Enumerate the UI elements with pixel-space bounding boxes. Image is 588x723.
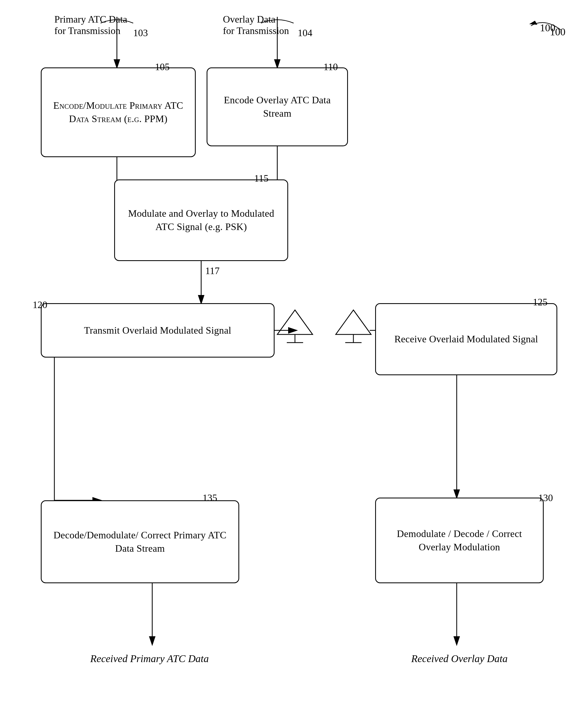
svg-text:100: 100 [550, 26, 565, 38]
ref-103: 103 [133, 27, 148, 39]
figure-bracket-svg: 100 [523, 15, 572, 42]
receive-antenna-svg [334, 307, 373, 353]
box-115: Modulate and Overlay to Modulated ATC Si… [114, 180, 288, 261]
box-135: Decode/Demodulate/ Correct Primary ATC D… [41, 500, 239, 583]
ref-135: 135 [203, 492, 217, 503]
transmit-antenna-svg [275, 307, 315, 353]
box-130: Demodulate / Decode / Correct Overlay Mo… [375, 498, 544, 583]
ref-130: 130 [538, 492, 553, 503]
ref-105: 105 [155, 61, 170, 73]
svg-marker-22 [277, 310, 313, 334]
ref-104: 104 [298, 27, 312, 39]
ref-110: 110 [323, 61, 338, 73]
primary-output-label: Received Primary ATC Data [60, 653, 239, 664]
ref-115: 115 [254, 173, 269, 184]
box-120: Transmit Overlaid Modulated Signal [41, 303, 275, 357]
box-110: Encode Overlay ATC Data Stream [207, 67, 348, 146]
ref-120: 120 [33, 299, 47, 311]
svg-marker-25 [336, 310, 371, 334]
box-125: Receive Overlaid Modulated Signal [375, 303, 557, 375]
overlay-input-label: Overlay Data for Transmission [223, 14, 359, 37]
box-105: Encode/Modulate Primary ATC Data Stream … [41, 67, 196, 157]
primary-input-label: Primary ATC Data for Transmission [55, 14, 190, 37]
ref-125: 125 [533, 296, 547, 308]
overlay-output-label: Received Overlay Data [389, 653, 530, 664]
diagram-container: 100 100 Primary ATC Data for Transmissio… [0, 0, 588, 723]
ref-117: 117 [205, 265, 219, 276]
